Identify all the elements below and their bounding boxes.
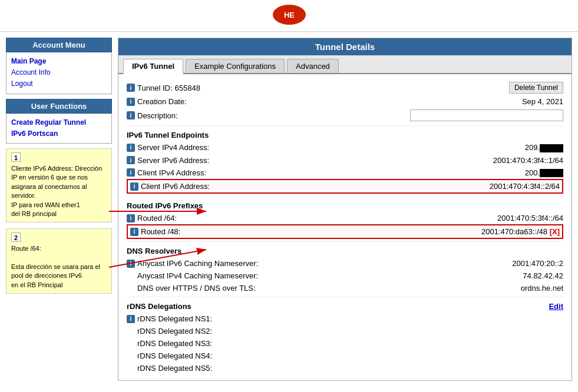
anycast-ipv6-row: i Anycast IPv6 Caching Nameserver: 2001:… xyxy=(127,257,563,270)
routed48-delete-link[interactable]: [X] xyxy=(550,227,560,236)
delete-tunnel-button[interactable]: Delete Tunnel xyxy=(509,82,563,94)
server-ipv6-info-icon[interactable]: i xyxy=(127,156,135,164)
server-ipv4-redacted xyxy=(540,144,563,152)
rdns-ns4-label: rDNS Delegated NS4: xyxy=(127,351,212,360)
description-label: Description: xyxy=(137,111,178,120)
server-ipv6-label: Server IPv6 Address: xyxy=(137,156,209,165)
content-body: i Tunnel ID: 655848 Delete Tunnel i Crea… xyxy=(118,74,572,380)
rdns-ns1-row: i rDNS Delegated NS1: xyxy=(127,313,563,325)
routed64-row: i Routed /64: 2001:470:5:3f4::/64 xyxy=(127,212,563,224)
tunnel-id-info-icon[interactable]: i xyxy=(127,84,135,92)
account-menu-header: Account Menu xyxy=(6,38,112,52)
description-input-container xyxy=(410,109,563,121)
routed64-label: Routed /64: xyxy=(137,214,177,222)
client-ipv6-value: 2001:470:4:3f4::2/64 xyxy=(407,182,560,191)
account-info-link[interactable]: Account Info xyxy=(11,67,107,78)
anycast-ipv4-row: Anycast IPv4 Caching Nameserver: 74.82.4… xyxy=(127,270,563,282)
anycast-ipv6-label-group: i Anycast IPv6 Caching Nameserver: xyxy=(127,259,410,268)
rdns-ns3-label-group: rDNS Delegated NS3: xyxy=(127,339,410,348)
annotation-2: 2 Route /64: Esta dirección se usara par… xyxy=(6,228,112,294)
description-label-group: i Description: xyxy=(127,111,410,120)
routed48-label: Routed /48: xyxy=(141,227,180,236)
client-ipv6-label-group: i Client IPv6 Address: xyxy=(130,182,407,191)
client-ipv4-redacted xyxy=(540,169,563,177)
server-ipv4-prefix: 209. xyxy=(525,143,540,152)
tab-ipv6-tunnel[interactable]: IPv6 Tunnel xyxy=(123,59,183,74)
tabs-bar: IPv6 Tunnel Example Configurations Advan… xyxy=(118,55,572,74)
tunnel-id-label-group: i Tunnel ID: 655848 xyxy=(127,84,410,92)
client-ipv4-value-group: 200. xyxy=(410,168,563,178)
endpoints-section-title: IPv6 Tunnel Endpoints xyxy=(127,125,563,141)
dns-section-title: DNS Resolvers xyxy=(127,241,563,257)
dns-https-label: DNS over HTTPS / DNS over TLS: xyxy=(127,284,256,293)
content-area: Tunnel Details IPv6 Tunnel Example Confi… xyxy=(118,38,572,381)
client-ipv4-label: Client IPv4 Address: xyxy=(137,168,206,177)
rdns-ns2-label: rDNS Delegated NS2: xyxy=(127,327,212,335)
description-input[interactable] xyxy=(410,109,563,121)
client-ipv4-prefix: 200. xyxy=(525,168,540,177)
rdns-ns1-label-group: i rDNS Delegated NS1: xyxy=(127,314,410,323)
rdns-ns3-label: rDNS Delegated NS3: xyxy=(127,339,212,348)
tunnel-id-label: Tunnel ID: xyxy=(137,84,173,92)
rdns-ns5-label: rDNS Delegated NS5: xyxy=(127,364,212,373)
rdns-ns2-label-group: rDNS Delegated NS2: xyxy=(127,327,410,335)
anycast-ipv6-info-icon[interactable]: i xyxy=(127,260,135,268)
creation-date-info-icon[interactable]: i xyxy=(127,98,135,106)
client-ipv6-info-icon[interactable]: i xyxy=(130,182,138,191)
routed48-row: i Routed /48: 2001:470:da63::/48 [X] xyxy=(127,224,563,239)
tunnel-id-row: i Tunnel ID: 655848 Delete Tunnel xyxy=(127,80,563,95)
server-ipv4-label: Server IPv4 Address: xyxy=(137,143,209,152)
annotation-number-1: 1 xyxy=(11,152,21,162)
dns-https-row: DNS over HTTPS / DNS over TLS: ordns.he.… xyxy=(127,282,563,294)
logo-icon: HE xyxy=(272,4,307,26)
server-ipv6-row: i Server IPv6 Address: 2001:470:4:3f4::1… xyxy=(127,154,563,167)
annotation-1: 1 Cliente IPv6 Address: Dirección IP en … xyxy=(6,148,112,222)
client-ipv4-label-group: i Client IPv4 Address: xyxy=(127,168,410,177)
user-functions-box: Create Regular Tunnel IPv6 Portscan xyxy=(6,114,112,144)
tab-advanced[interactable]: Advanced xyxy=(287,59,339,73)
sidebar: Account Menu Main Page Account Info Logo… xyxy=(6,38,112,381)
rdns-edit-link[interactable]: Edit xyxy=(549,302,563,311)
rdns-ns5-row: rDNS Delegated NS5: xyxy=(127,362,563,374)
rdns-ns2-row: rDNS Delegated NS2: xyxy=(127,325,563,337)
client-ipv6-row: i Client IPv6 Address: 2001:470:4:3f4::2… xyxy=(127,179,563,194)
description-info-icon[interactable]: i xyxy=(127,111,135,119)
client-ipv4-info-icon[interactable]: i xyxy=(127,168,135,177)
dns-https-value: ordns.he.net xyxy=(410,284,563,293)
server-ipv4-row: i Server IPv4 Address: 209. xyxy=(127,141,563,154)
svg-text:HE: HE xyxy=(283,11,294,19)
logout-link[interactable]: Logout xyxy=(11,78,107,89)
client-ipv4-row: i Client IPv4 Address: 200. xyxy=(127,167,563,180)
routed48-value: 2001:470:da63::/48 xyxy=(481,227,547,236)
rdns-ns3-row: rDNS Delegated NS3: xyxy=(127,337,563,350)
anycast-ipv6-value: 2001:470:20::2 xyxy=(410,259,563,268)
portscan-link[interactable]: IPv6 Portscan xyxy=(11,128,107,139)
routed48-value-group: 2001:470:da63::/48 [X] xyxy=(407,227,560,236)
dns-https-label-group: DNS over HTTPS / DNS over TLS: xyxy=(127,284,410,293)
routed64-info-icon[interactable]: i xyxy=(127,214,135,222)
routed-section-title: Routed IPv6 Prefixes xyxy=(127,196,563,212)
rdns-ns4-row: rDNS Delegated NS4: xyxy=(127,350,563,362)
description-row: i Description: xyxy=(127,108,563,123)
rdns-ns1-info-icon[interactable]: i xyxy=(127,315,135,323)
content-header: Tunnel Details xyxy=(118,38,572,55)
anycast-ipv4-label-group: Anycast IPv4 Caching Nameserver: xyxy=(127,271,410,280)
server-ipv6-value: 2001:470:4:3f4::1/64 xyxy=(410,156,563,165)
tab-example-configurations[interactable]: Example Configurations xyxy=(186,59,285,73)
routed64-label-group: i Routed /64: xyxy=(127,214,410,222)
rdns-ns4-label-group: rDNS Delegated NS4: xyxy=(127,351,410,360)
user-functions-header: User Functions xyxy=(6,99,112,114)
delete-tunnel-btn-container: Delete Tunnel xyxy=(410,82,563,94)
anycast-ipv4-value: 74.82.42.42 xyxy=(410,271,563,280)
client-ipv6-label: Client IPv6 Address: xyxy=(141,182,210,191)
server-ipv4-info-icon[interactable]: i xyxy=(127,144,135,152)
routed48-info-icon[interactable]: i xyxy=(130,228,138,236)
server-ipv6-label-group: i Server IPv6 Address: xyxy=(127,156,410,165)
creation-date-value: Sep 4, 2021 xyxy=(410,97,563,106)
rdns-ns5-label-group: rDNS Delegated NS5: xyxy=(127,364,410,373)
main-page-link[interactable]: Main Page xyxy=(11,56,107,67)
server-ipv4-label-group: i Server IPv4 Address: xyxy=(127,143,410,152)
annotation-2-text: Route /64: Esta dirección se usara para … xyxy=(11,244,107,290)
annotation-1-text: Cliente IPv6 Address: Dirección IP en ve… xyxy=(11,164,107,218)
create-tunnel-link[interactable]: Create Regular Tunnel xyxy=(11,117,107,128)
